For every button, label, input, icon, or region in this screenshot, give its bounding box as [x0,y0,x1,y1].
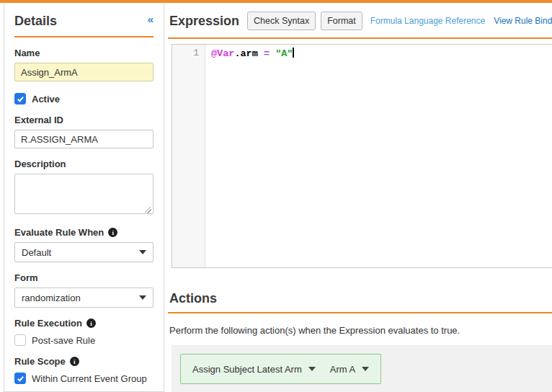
details-panel: Details « Name Active External ID Descri… [4,3,164,392]
checkmark-icon [17,375,25,383]
external-id-label: External ID [14,115,153,125]
check-syntax-button[interactable]: Check Syntax [247,12,316,30]
form-label: Form [14,272,153,283]
info-icon[interactable] [108,228,117,237]
info-icon[interactable] [86,318,96,328]
event-group-label: Within Current Event Group [32,373,147,384]
form-value: randomization [22,293,81,303]
description-wrap [14,174,153,217]
line-number-gutter: 1 [172,45,205,267]
post-save-rule-checkbox[interactable] [14,334,26,346]
chevron-down-icon [139,250,146,254]
action-value-dropdown[interactable]: Arm A [330,364,369,375]
expression-header: Expression Check Syntax Format Formula L… [168,3,552,39]
evaluate-rule-when-label: Evaluate Rule When [14,227,153,238]
evaluate-rule-when-value: Default [22,247,51,258]
expression-title: Expression [169,14,239,29]
evaluate-rule-when-select[interactable]: Default [14,242,153,262]
code-line: @Var.arm = "A" [211,48,552,61]
code-token: @Var [211,48,234,59]
collapse-panel-icon[interactable]: « [148,13,153,26]
expression-code-editor: 1 @Var.arm = "A" [172,44,552,268]
format-button[interactable]: Format [321,12,362,30]
description-label: Description [14,159,153,169]
action-item: Assign Subject Latest Arm Arm A [180,354,381,384]
main-area: Expression Check Syntax Format Formula L… [168,3,552,392]
evaluate-rule-when-text: Evaluate Rule When [14,227,104,238]
info-icon[interactable] [70,357,79,366]
rule-execution-text: Rule Execution [14,318,82,329]
active-checkbox[interactable] [14,93,26,104]
external-id-input[interactable] [14,130,153,148]
post-save-rule-row: Post-save Rule [14,334,153,346]
name-label: Name [14,48,153,58]
action-type-value: Assign Subject Latest Arm [192,364,302,375]
details-header: Details « [14,13,153,37]
code-token: "A" [275,48,293,59]
event-group-row: Within Current Event Group [14,373,153,384]
event-group-checkbox[interactable] [14,373,26,384]
actions-container: Assign Subject Latest Arm Arm A [172,345,552,392]
line-number: 1 [193,48,199,58]
formula-language-reference-link[interactable]: Formula Language Reference [370,16,485,26]
code-token: = [258,48,275,59]
checkmark-icon [17,95,25,103]
code-token: .arm [234,48,257,59]
action-value: Arm A [330,364,355,375]
active-label: Active [32,94,60,104]
action-type-dropdown[interactable]: Assign Subject Latest Arm [192,364,316,375]
form-select[interactable]: randomization [14,288,153,308]
post-save-rule-label: Post-save Rule [32,335,95,346]
rule-execution-label: Rule Execution [14,318,153,329]
details-title: Details [14,13,57,29]
actions-title: Actions [169,291,217,306]
description-textarea[interactable] [14,174,153,214]
actions-description: Perform the following action(s) when the… [169,325,552,336]
chevron-down-icon [139,295,146,300]
rule-scope-text: Rule Scope [14,356,66,367]
chevron-down-icon [308,367,316,371]
actions-header: Actions [168,291,552,313]
view-rule-bindings-link[interactable]: View Rule Bindings [494,16,552,26]
chevron-down-icon [362,367,369,371]
text-cursor [293,48,294,58]
active-row: Active [14,93,153,104]
rule-scope-label: Rule Scope [14,356,153,367]
code-area[interactable]: @Var.arm = "A" [205,45,552,267]
name-input[interactable] [14,63,153,81]
resize-handle-icon[interactable] [145,207,151,213]
